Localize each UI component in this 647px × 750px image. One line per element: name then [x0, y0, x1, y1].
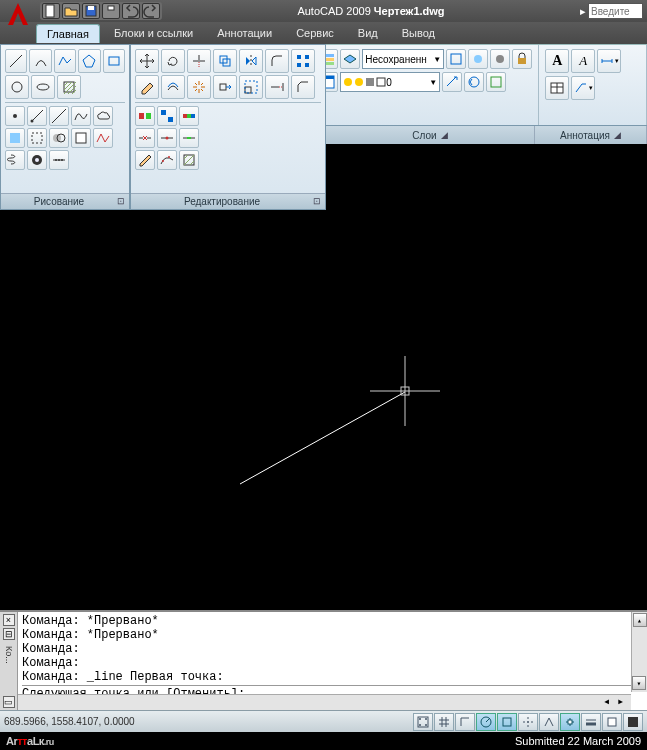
drawing-area[interactable]	[0, 144, 647, 610]
mirror-icon[interactable]	[239, 49, 263, 73]
edit-spline-icon[interactable]	[157, 150, 177, 170]
rectangle-icon[interactable]	[103, 49, 125, 73]
join-icon[interactable]	[179, 128, 199, 148]
linear-dim-icon[interactable]: ▾	[597, 49, 621, 73]
qat-redo-icon[interactable]	[142, 3, 160, 19]
line-icon[interactable]	[5, 49, 27, 73]
coords-readout[interactable]: 689.5966, 1558.4107, 0.0000	[4, 716, 135, 727]
dyn-toggle[interactable]	[560, 713, 580, 731]
edit-pline-icon[interactable]	[135, 150, 155, 170]
cmd-hscroll[interactable]: ◂ ▸	[18, 694, 631, 710]
circle-icon[interactable]	[5, 75, 29, 99]
qat-print-icon[interactable]	[102, 3, 120, 19]
region-icon[interactable]	[49, 128, 69, 148]
panel-launcher-icon[interactable]: ⊡	[117, 196, 125, 206]
ducs-toggle[interactable]	[539, 713, 559, 731]
polar-toggle[interactable]	[476, 713, 496, 731]
search-input[interactable]	[588, 3, 643, 19]
array-icon[interactable]	[291, 49, 315, 73]
panel-label-annotation[interactable]: Аннотация ◢	[535, 126, 647, 144]
tab-blocks[interactable]: Блоки и ссылки	[104, 24, 203, 42]
copy-icon[interactable]	[213, 49, 237, 73]
mtext-button[interactable]: A	[545, 49, 569, 73]
scroll-down-icon[interactable]: ▾	[632, 676, 646, 690]
point-icon[interactable]	[5, 106, 25, 126]
revcloud-icon[interactable]	[93, 106, 113, 126]
xline-icon[interactable]	[49, 106, 69, 126]
extend-icon[interactable]	[265, 75, 289, 99]
setbylayer-icon[interactable]	[135, 106, 155, 126]
scale-icon[interactable]	[239, 75, 263, 99]
tab-output[interactable]: Вывод	[392, 24, 445, 42]
polyline-icon[interactable]	[54, 49, 76, 73]
cmd-close-icon[interactable]: ×	[3, 614, 15, 626]
stretch-icon[interactable]	[213, 75, 237, 99]
chamfer-icon[interactable]	[291, 75, 315, 99]
current-layer-dropdown[interactable]: 0 ▼	[340, 72, 440, 92]
osnap-toggle[interactable]	[497, 713, 517, 731]
cmd-pin-icon[interactable]: ⊟	[3, 628, 15, 640]
ellipse-icon[interactable]	[31, 75, 55, 99]
snap-toggle[interactable]	[413, 713, 433, 731]
table-icon[interactable]	[545, 76, 569, 100]
break-icon[interactable]	[135, 128, 155, 148]
qat-save-icon[interactable]	[82, 3, 100, 19]
grid-toggle[interactable]	[434, 713, 454, 731]
break-at-point-icon[interactable]	[157, 128, 177, 148]
panel-label-modify[interactable]: Редактирование ⊡	[131, 193, 325, 209]
otrack-toggle[interactable]	[518, 713, 538, 731]
layer-prev-icon[interactable]	[464, 72, 484, 92]
explode-icon[interactable]	[187, 75, 211, 99]
erase-icon[interactable]	[135, 75, 159, 99]
layer-state-dropdown[interactable]: Несохраненн ▼	[362, 49, 444, 69]
layer-match-icon[interactable]	[442, 72, 462, 92]
layer-off-icon[interactable]	[490, 49, 510, 69]
helix-icon[interactable]	[5, 150, 25, 170]
offset-icon[interactable]	[161, 75, 185, 99]
cmd-vscroll[interactable]: ▴ ▾	[631, 612, 647, 692]
tab-home[interactable]: Главная	[36, 24, 100, 43]
command-history[interactable]: Команда: *Прервано* Команда: *Прервано* …	[18, 612, 647, 710]
layer-iso-icon[interactable]	[446, 49, 466, 69]
qat-new-icon[interactable]	[42, 3, 60, 19]
fillet-icon[interactable]	[265, 49, 289, 73]
panel-label-layers[interactable]: Слои ◢	[326, 126, 535, 144]
tab-annotations[interactable]: Аннотации	[207, 24, 282, 42]
divide-icon[interactable]	[49, 150, 69, 170]
ortho-toggle[interactable]	[455, 713, 475, 731]
spline-icon[interactable]	[71, 106, 91, 126]
layer-walk-icon[interactable]	[486, 72, 506, 92]
qat-undo-icon[interactable]	[122, 3, 140, 19]
text-button[interactable]: A	[571, 49, 595, 73]
layer-lock-icon[interactable]	[512, 49, 532, 69]
boundary-icon[interactable]	[27, 128, 47, 148]
donut-icon[interactable]	[27, 150, 47, 170]
cmd-options-icon[interactable]: ▭	[3, 696, 15, 708]
layer-freeze-icon[interactable]	[468, 49, 488, 69]
panel-label-draw[interactable]: Рисование ⊡	[1, 193, 129, 209]
tab-tools[interactable]: Сервис	[286, 24, 344, 42]
trim-icon[interactable]	[187, 49, 211, 73]
leader-icon[interactable]: ▾	[571, 76, 595, 100]
layer-manager-icon[interactable]	[340, 49, 360, 69]
qat-open-icon[interactable]	[62, 3, 80, 19]
lengthen-icon[interactable]	[179, 106, 199, 126]
ray-icon[interactable]	[27, 106, 47, 126]
hatch-icon[interactable]	[57, 75, 81, 99]
changespace-icon[interactable]	[157, 106, 177, 126]
scroll-right-icon[interactable]: ▸	[617, 695, 631, 710]
command-window-grip[interactable]: × ⊟ Ко... ▭	[0, 612, 18, 710]
edit-hatch-icon[interactable]	[179, 150, 199, 170]
polygon-icon[interactable]	[78, 49, 100, 73]
rotate-icon[interactable]	[161, 49, 185, 73]
3dpoly-icon[interactable]	[93, 128, 113, 148]
wipeout-icon[interactable]	[71, 128, 91, 148]
autocad-logo[interactable]	[4, 1, 32, 29]
scroll-up-icon[interactable]: ▴	[633, 613, 647, 627]
scroll-left-icon[interactable]: ◂	[603, 695, 617, 710]
gradient-icon[interactable]	[5, 128, 25, 148]
panel-launcher-icon[interactable]: ⊡	[313, 196, 321, 206]
model-toggle[interactable]	[623, 713, 643, 731]
lwt-toggle[interactable]	[581, 713, 601, 731]
qp-toggle[interactable]	[602, 713, 622, 731]
